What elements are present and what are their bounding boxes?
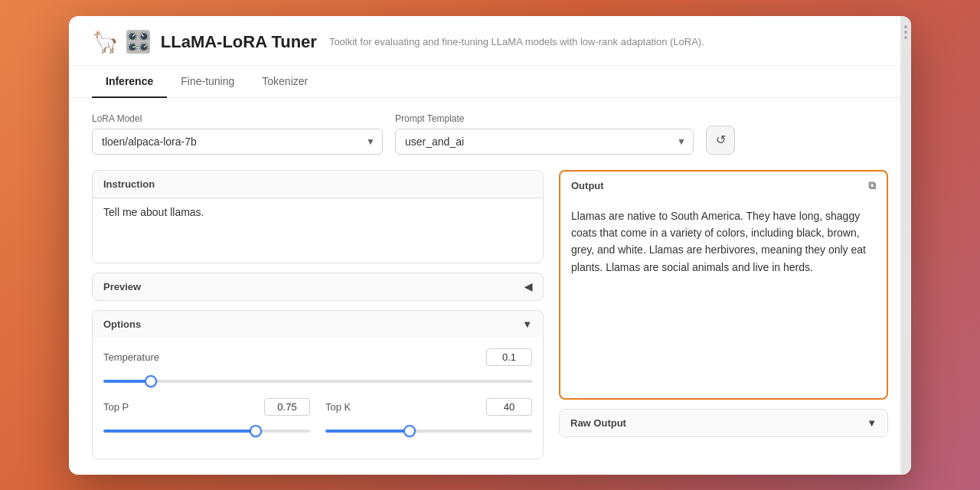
instruction-header: Instruction bbox=[93, 171, 543, 198]
top-p-value[interactable] bbox=[264, 398, 310, 416]
temperature-value[interactable] bbox=[486, 348, 532, 366]
app-subtitle: Toolkit for evaluating and fine-tuning L… bbox=[329, 36, 704, 47]
top-k-label-row: Top K bbox=[325, 398, 532, 416]
tab-inference[interactable]: Inference bbox=[92, 66, 167, 98]
lora-model-select-wrapper: tloen/alpaca-lora-7b ▼ bbox=[92, 129, 383, 155]
app-header: 🦙 🎛️ LLaMA-LoRA Tuner Toolkit for evalua… bbox=[69, 16, 911, 66]
tab-tokenizer[interactable]: Tokenizer bbox=[248, 66, 322, 98]
refresh-button[interactable]: ↺ bbox=[706, 126, 735, 155]
prompt-template-label: Prompt Template bbox=[395, 113, 694, 124]
top-p-label-row: Top P bbox=[103, 398, 310, 416]
top-p-slider[interactable] bbox=[103, 430, 310, 433]
output-text: Llamas are native to South America. They… bbox=[560, 200, 887, 284]
top-k-slider[interactable] bbox=[325, 430, 532, 433]
output-label: Output bbox=[571, 180, 604, 191]
app-window: 🦙 🎛️ LLaMA-LoRA Tuner Toolkit for evalua… bbox=[69, 16, 911, 475]
lora-model-select[interactable]: tloen/alpaca-lora-7b bbox=[92, 129, 383, 155]
preview-label: Preview bbox=[103, 281, 141, 292]
tab-finetuning[interactable]: Fine-tuning bbox=[167, 66, 248, 98]
right-panel: Output ⧉ Llamas are native to South Amer… bbox=[559, 170, 888, 459]
lora-model-label: LoRA Model bbox=[92, 113, 383, 124]
options-label: Options bbox=[103, 318, 141, 330]
main-area: Instruction Preview ◀ Options ▼ bbox=[92, 170, 888, 459]
top-k-label: Top K bbox=[325, 401, 351, 413]
options-section: Options ▼ Temperature bbox=[92, 310, 544, 459]
lora-model-group: LoRA Model tloen/alpaca-lora-7b ▼ bbox=[92, 113, 383, 155]
llama-icon: 🦙 🎛️ bbox=[92, 31, 152, 53]
scrollbar-dot bbox=[904, 31, 907, 34]
instruction-section: Instruction bbox=[92, 170, 544, 263]
temperature-label-row: Temperature bbox=[103, 348, 532, 366]
topp-topk-row: Top P Top K bbox=[103, 398, 532, 448]
options-expand-icon: ▼ bbox=[522, 318, 532, 330]
scrollbar-dot bbox=[904, 25, 907, 28]
prompt-template-select-wrapper: user_and_ai ▼ bbox=[395, 129, 694, 155]
raw-output-header[interactable]: Raw Output ▼ bbox=[560, 410, 887, 436]
main-content: LoRA Model tloen/alpaca-lora-7b ▼ Prompt… bbox=[69, 98, 911, 475]
temperature-label: Temperature bbox=[103, 351, 159, 363]
copy-icon[interactable]: ⧉ bbox=[868, 179, 876, 192]
prompt-template-select[interactable]: user_and_ai bbox=[395, 129, 694, 155]
options-content: Temperature Top P bbox=[93, 338, 543, 459]
options-header[interactable]: Options ▼ bbox=[93, 311, 543, 338]
temperature-row: Temperature bbox=[103, 348, 532, 386]
raw-output-label: Raw Output bbox=[570, 417, 626, 429]
instruction-label: Instruction bbox=[103, 178, 155, 190]
model-row: LoRA Model tloen/alpaca-lora-7b ▼ Prompt… bbox=[92, 113, 888, 155]
top-p-row: Top P bbox=[103, 398, 310, 436]
left-panel: Instruction Preview ◀ Options ▼ bbox=[92, 170, 544, 459]
app-title: LLaMA-LoRA Tuner bbox=[161, 32, 317, 52]
temperature-slider[interactable] bbox=[103, 380, 532, 383]
output-section: Output ⧉ Llamas are native to South Amer… bbox=[559, 170, 888, 400]
top-p-label: Top P bbox=[103, 401, 129, 413]
top-k-value[interactable] bbox=[486, 398, 532, 416]
output-header: Output ⧉ bbox=[560, 172, 887, 200]
tab-bar: Inference Fine-tuning Tokenizer bbox=[69, 66, 911, 98]
preview-collapse-icon: ◀ bbox=[524, 281, 532, 292]
scrollbar[interactable] bbox=[900, 16, 911, 475]
top-k-row: Top K bbox=[325, 398, 532, 436]
prompt-template-group: Prompt Template user_and_ai ▼ bbox=[395, 113, 694, 155]
preview-section[interactable]: Preview ◀ bbox=[92, 273, 544, 301]
raw-output-section: Raw Output ▼ bbox=[559, 409, 888, 437]
scrollbar-dot bbox=[904, 36, 907, 39]
raw-output-expand-icon: ▼ bbox=[867, 417, 877, 429]
instruction-textarea[interactable] bbox=[93, 198, 543, 260]
